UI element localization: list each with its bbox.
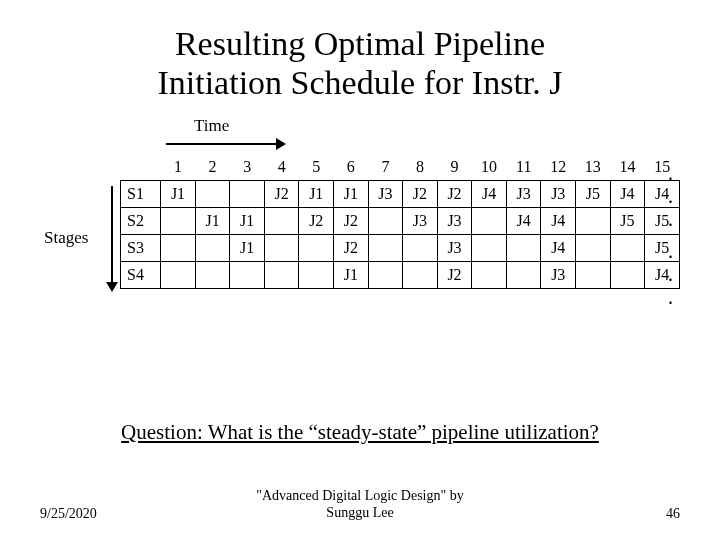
- cell: [161, 208, 196, 235]
- time-arrow-icon: [166, 138, 286, 150]
- title-line-2: Initiation Schedule for Instr. J: [157, 64, 562, 101]
- cell: [472, 208, 507, 235]
- cell: [161, 262, 196, 289]
- cell: [576, 262, 611, 289]
- time-col: 5: [299, 156, 334, 181]
- cell: [264, 262, 299, 289]
- cell: [299, 235, 334, 262]
- time-col: 7: [368, 156, 403, 181]
- time-col: 13: [576, 156, 611, 181]
- cell: J1: [299, 181, 334, 208]
- stage-label: S2: [121, 208, 161, 235]
- cell: J2: [403, 181, 438, 208]
- cell: [195, 262, 230, 289]
- cell: J3: [368, 181, 403, 208]
- cell: J1: [230, 208, 265, 235]
- stage-row: S2 J1 J1 J2 J2 J3 J3 J4 J4 J5 J5: [121, 208, 680, 235]
- stages-arrow-icon: [106, 186, 118, 292]
- stages-axis-label: Stages: [44, 228, 88, 248]
- footer-credit-line-2: Sunggu Lee: [326, 505, 393, 520]
- stage-row: S4 J1 J2 J3 J4: [121, 262, 680, 289]
- corner-cell: [121, 156, 161, 181]
- cell: J5: [645, 235, 680, 262]
- cell: [472, 262, 507, 289]
- cell: J5: [645, 208, 680, 235]
- cell: [195, 181, 230, 208]
- cell: [368, 262, 403, 289]
- cell: [610, 262, 645, 289]
- cell: J5: [576, 181, 611, 208]
- cell: [195, 235, 230, 262]
- cell: J4: [541, 208, 576, 235]
- cell: [299, 262, 334, 289]
- title-line-1: Resulting Optimal Pipeline: [175, 25, 545, 62]
- question-text: Question: What is the “steady-state” pip…: [0, 420, 720, 445]
- cell: J4: [645, 181, 680, 208]
- stage-label: S1: [121, 181, 161, 208]
- cell: J1: [230, 235, 265, 262]
- time-col: 12: [541, 156, 576, 181]
- cell: [576, 235, 611, 262]
- stage-row: S1 J1 J2 J1 J1 J3 J2 J2 J4 J3 J3 J5 J4 J…: [121, 181, 680, 208]
- cell: J3: [437, 208, 472, 235]
- cell: [506, 262, 541, 289]
- cell: J4: [472, 181, 507, 208]
- cell: [506, 235, 541, 262]
- cell: J1: [161, 181, 196, 208]
- cell: J4: [610, 181, 645, 208]
- cell: J2: [334, 235, 369, 262]
- footer-credit-line-1: "Advanced Digital Logic Design" by: [256, 488, 463, 503]
- cell: J4: [506, 208, 541, 235]
- cell: J3: [506, 181, 541, 208]
- cell: J3: [403, 208, 438, 235]
- cell: [610, 235, 645, 262]
- time-col: 1: [161, 156, 196, 181]
- cell: J3: [541, 181, 576, 208]
- cell: [368, 208, 403, 235]
- time-col: 2: [195, 156, 230, 181]
- slide-title: Resulting Optimal Pipeline Initiation Sc…: [40, 24, 680, 102]
- stage-label: S4: [121, 262, 161, 289]
- cell: J4: [645, 262, 680, 289]
- time-col: 8: [403, 156, 438, 181]
- cell: J1: [195, 208, 230, 235]
- cell: J2: [264, 181, 299, 208]
- cell: J2: [437, 181, 472, 208]
- time-col: 14: [610, 156, 645, 181]
- time-axis-label: Time: [194, 116, 229, 136]
- time-col: 3: [230, 156, 265, 181]
- cell: J3: [541, 262, 576, 289]
- cell: [264, 208, 299, 235]
- cell: [576, 208, 611, 235]
- footer-credit: "Advanced Digital Logic Design" by Sungg…: [130, 488, 590, 522]
- cell: [161, 235, 196, 262]
- cell: J2: [334, 208, 369, 235]
- cell: J1: [334, 262, 369, 289]
- time-col: 11: [506, 156, 541, 181]
- cell: [230, 262, 265, 289]
- cell: J2: [299, 208, 334, 235]
- time-col: 10: [472, 156, 507, 181]
- footer-page: 46: [590, 506, 680, 522]
- cell: J4: [541, 235, 576, 262]
- cell: [264, 235, 299, 262]
- stage-label: S3: [121, 235, 161, 262]
- cell: J3: [437, 235, 472, 262]
- cell: [472, 235, 507, 262]
- pipeline-table: 1 2 3 4 5 6 7 8 9 10 11 12 13 14 15: [120, 156, 680, 289]
- footer-date: 9/25/2020: [40, 506, 130, 522]
- cell: [230, 181, 265, 208]
- cell: J1: [334, 181, 369, 208]
- footer: 9/25/2020 "Advanced Digital Logic Design…: [40, 488, 680, 522]
- time-header-row: 1 2 3 4 5 6 7 8 9 10 11 12 13 14 15: [121, 156, 680, 181]
- time-col: 4: [264, 156, 299, 181]
- time-col: 15: [645, 156, 680, 181]
- time-col: 6: [334, 156, 369, 181]
- stage-row: S3 J1 J2 J3 J4 J5: [121, 235, 680, 262]
- cell: [403, 235, 438, 262]
- cell: J2: [437, 262, 472, 289]
- time-col: 9: [437, 156, 472, 181]
- cell: [368, 235, 403, 262]
- cell: [403, 262, 438, 289]
- cell: J5: [610, 208, 645, 235]
